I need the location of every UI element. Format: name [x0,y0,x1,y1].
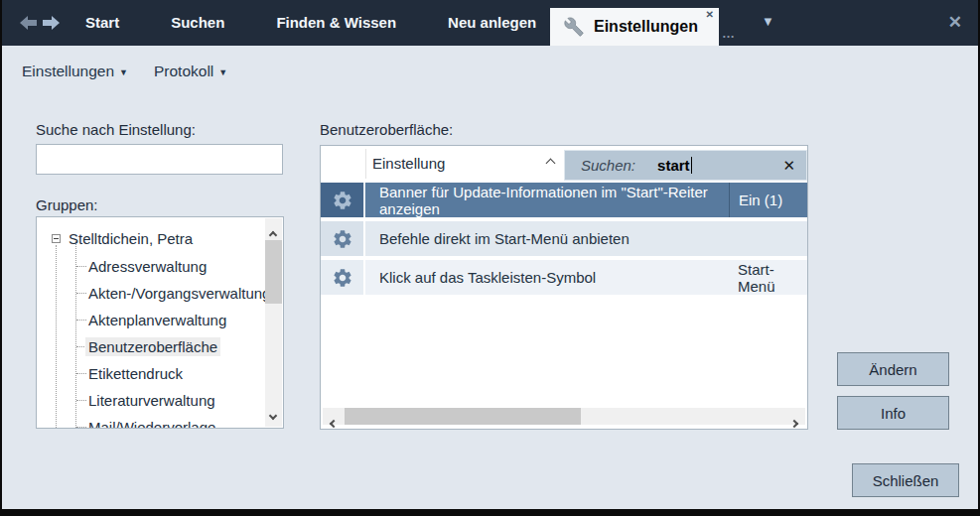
table-row[interactable]: Befehle direkt im Start-Menü anbieten [321,221,807,256]
tab-start[interactable]: Start [60,0,145,46]
tab-einstellungen-active[interactable]: Einstellungen ✕ [550,8,719,46]
groups-label: Gruppen: [36,196,98,213]
table-row[interactable]: Banner für Update-Informationen im "Star… [321,183,807,217]
tree-item-akten-vorgangsverwaltung[interactable]: Akten-/Vorgangsverwaltung [88,285,270,302]
info-button[interactable]: Info [837,396,949,430]
scroll-right-icon[interactable] [791,413,797,431]
table-row[interactable]: Klick auf das Taskleisten-Symbol Start-M… [321,260,807,295]
tab-close-icon[interactable]: ✕ [706,9,714,20]
search-close-icon[interactable]: ✕ [782,157,795,175]
tree-item-mail-wiedervorlage[interactable]: Mail/Wiedervorlage [88,419,215,429]
tree-item-etikettendruck[interactable]: Etikettendruck [88,365,183,382]
active-tab-label: Einstellungen [594,18,698,36]
setting-icon-cell [321,260,365,295]
groups-tree: Stelltdichein, Petra Adressverwaltung Ak… [36,216,284,429]
schliessen-button[interactable]: Schließen [852,463,959,497]
tree-collapse-icon[interactable] [52,234,61,243]
window-close-icon[interactable]: ✕ [948,12,962,33]
nav-arrows [20,16,60,30]
settings-window: Start Suchen Finden & Wissen Neu anlegen… [0,0,980,516]
scroll-left-icon[interactable] [331,413,337,431]
menu-protokoll[interactable]: Protokoll ▼ [154,63,227,80]
setting-icon-cell [321,221,365,256]
sort-ascending-icon [546,159,556,169]
scroll-down-icon[interactable] [270,405,276,423]
setting-icon-cell [321,183,365,217]
forward-arrow-icon[interactable] [43,16,60,30]
scrollbar-thumb[interactable] [345,408,581,425]
tree-item-aktenplanverwaltung[interactable]: Aktenplanverwaltung [88,312,226,328]
table-search-label: Suchen: [581,157,635,174]
tree-connector-stub [76,266,86,267]
menu-einstellungen[interactable]: Einstellungen ▼ [22,63,128,80]
tree-item-benutzeroberflaeche[interactable]: Benutzeroberfläche [85,337,220,356]
setting-value [729,221,807,256]
text-cursor [691,157,692,174]
gear-icon [332,228,353,250]
titlebar: Start Suchen Finden & Wissen Neu anlegen… [2,0,978,46]
tree-vertical-scrollbar[interactable] [265,218,282,427]
tab-overflow-ellipsis: … [722,26,737,41]
tab-finden-wissen[interactable]: Finden & Wissen [250,0,422,46]
settings-table: Einstellung Suchen: start ✕ Banner für U… [320,145,808,430]
back-arrow-icon[interactable] [20,16,37,30]
tree-connector-stub [76,293,86,294]
scrollbar-thumb[interactable] [265,240,282,304]
tree-root-item[interactable]: Stelltdichein, Petra [69,230,193,247]
table-search-value[interactable]: start [657,157,690,174]
setting-value: Ein (1) [729,183,807,217]
tab-suchen[interactable]: Suchen [145,0,250,46]
tab-strip: Start Suchen Finden & Wissen Neu anlegen [60,0,562,46]
tree-item-adressverwaltung[interactable]: Adressverwaltung [88,258,207,275]
tree-connector-line [56,245,57,428]
search-setting-label: Suche nach Einstellung: [36,121,196,138]
tab-neu-anlegen[interactable]: Neu anlegen [422,0,562,46]
column-header-label: Einstellung [372,155,445,172]
tree-connector-stub [76,320,86,321]
menu-protokoll-label: Protokoll [154,63,213,80]
column-divider [365,149,366,179]
menubar: Einstellungen ▼ Protokoll ▼ [2,46,978,97]
tree-connector-stub [76,373,86,374]
gear-icon [332,267,353,289]
search-setting-input[interactable] [36,144,283,175]
tree-item-literaturverwaltung[interactable]: Literaturverwaltung [88,392,215,409]
aendern-button[interactable]: Ändern [837,352,949,386]
table-search-box[interactable]: Suchen: start ✕ [564,150,807,181]
setting-name: Befehle direkt im Start-Menü anbieten [365,221,729,256]
tree-connector-stub [76,400,86,401]
wrench-icon [564,17,584,37]
tab-overflow-dropdown-icon[interactable]: ▼ [762,14,774,29]
gear-icon [332,190,353,211]
chevron-down-icon: ▼ [119,67,128,77]
table-horizontal-scrollbar[interactable] [323,408,805,425]
setting-name: Banner für Update-Informationen im "Star… [365,183,729,217]
menu-einstellungen-label: Einstellungen [22,63,114,80]
tree-connector-stub [76,427,86,428]
chevron-down-icon: ▼ [218,67,227,77]
setting-value: Start-Menü [729,260,807,295]
settings-group-title: Benutzeroberfläche: [320,121,453,138]
setting-name: Klick auf das Taskleisten-Symbol [365,260,729,295]
